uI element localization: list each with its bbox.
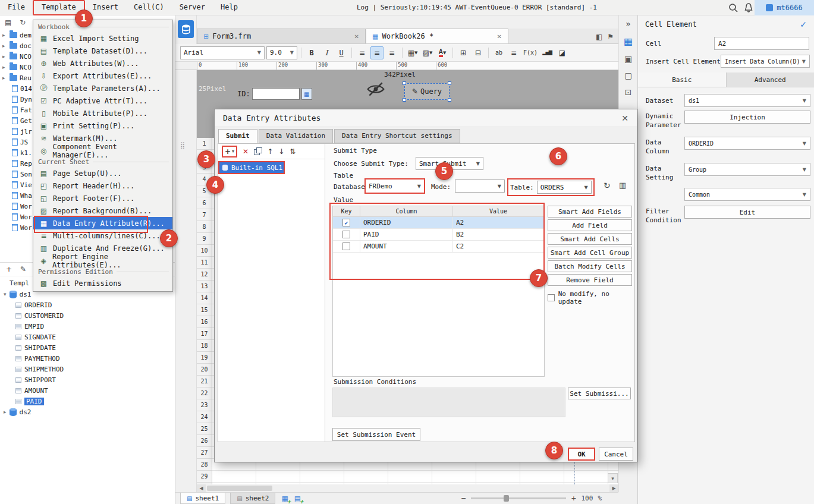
- row-header[interactable]: 19: [197, 352, 212, 364]
- menu-file[interactable]: File: [0, 0, 33, 15]
- row-header[interactable]: 12: [197, 269, 212, 281]
- template-menu-item[interactable]: ☑ PC Adaptive Attr(T)...: [33, 94, 172, 107]
- add-report-sheet-button[interactable]: ▤+: [294, 494, 301, 503]
- row-header[interactable]: 1: [197, 138, 212, 150]
- split-cells-button[interactable]: ⊟: [472, 46, 485, 59]
- row-header[interactable]: 6: [197, 197, 212, 209]
- template-menu-item[interactable]: Ⓟ Template Parameters(A)...: [33, 82, 172, 94]
- pin-tab-icon[interactable]: ⚑: [607, 33, 614, 41]
- data-pane-button[interactable]: [178, 20, 194, 38]
- row-header[interactable]: 27: [197, 447, 212, 459]
- set-submission-event-button[interactable]: Set Submission Event: [332, 428, 420, 441]
- id-input[interactable]: [252, 88, 300, 100]
- row-header[interactable]: 20: [197, 364, 212, 376]
- tab-workbook26[interactable]: ▦ WorkBook26 * ✕: [366, 29, 508, 43]
- dataset-field-item[interactable]: PAYMETHOD: [0, 353, 175, 364]
- table-row[interactable]: ✔ ORDERID A2: [333, 217, 544, 229]
- mode-select[interactable]: ▼: [455, 179, 505, 193]
- scrollbar-thumb[interactable]: [207, 486, 272, 491]
- template-menu-item[interactable]: ▨ Report Background(B)...: [33, 204, 172, 217]
- italic-button[interactable]: I: [320, 46, 333, 59]
- add-submit-button[interactable]: + ▾: [222, 146, 237, 158]
- collapse-icon[interactable]: ▾: [4, 291, 7, 297]
- template-menu-item[interactable]: ≡ Multi-columns/lines(C)...: [33, 229, 172, 242]
- data-setting-select[interactable]: Group ▼: [684, 163, 810, 176]
- column-cell[interactable]: ORDERID: [360, 217, 453, 228]
- row-header[interactable]: 29: [197, 471, 212, 483]
- condition-attribute-panel-icon[interactable]: ⊡: [625, 87, 632, 97]
- template-menu-item[interactable]: ▦ Data Entry Attribute(R)...: [33, 217, 172, 229]
- sheet1-tab[interactable]: ▤ sheet1: [180, 493, 225, 504]
- template-menu-item[interactable]: ▣ Print Setting(P)...: [33, 119, 172, 132]
- preview-table-icon[interactable]: ▥: [619, 181, 626, 190]
- dataset-ds2[interactable]: ▸ ds2: [0, 407, 175, 417]
- fill-color-button[interactable]: ▨▼: [421, 46, 434, 59]
- scroll-right-button[interactable]: ▶: [609, 484, 618, 492]
- row-header[interactable]: 8: [197, 221, 212, 233]
- zoom-out-button[interactable]: −: [461, 494, 466, 502]
- delete-icon[interactable]: ✕: [243, 147, 249, 156]
- collapse-panel-icon[interactable]: »: [626, 19, 631, 29]
- column-cell[interactable]: AMOUNT: [360, 241, 453, 252]
- cell-ref-input[interactable]: A2: [714, 37, 809, 50]
- new-template-icon[interactable]: ▤: [5, 18, 11, 27]
- no-modify-checkbox-row[interactable]: No modify, no update: [548, 290, 634, 305]
- value-cell[interactable]: C2: [453, 241, 544, 252]
- key-checkbox[interactable]: ✔: [342, 219, 350, 226]
- query-button-widget[interactable]: ✎ Query: [404, 83, 450, 100]
- underline-button[interactable]: U: [335, 46, 348, 59]
- ok-button[interactable]: OK: [568, 448, 595, 461]
- cell-element-panel-icon[interactable]: ▦: [624, 36, 633, 47]
- template-menu-item[interactable]: ▦ Excel Import Setting: [33, 32, 172, 45]
- template-menu-item[interactable]: ▯ Mobile Attribute(P)...: [33, 107, 172, 119]
- move-up-icon[interactable]: ↑: [267, 147, 273, 156]
- copy-icon[interactable]: [254, 147, 262, 155]
- close-tab-icon[interactable]: ✕: [354, 33, 359, 40]
- zoom-in-button[interactable]: +: [571, 494, 576, 502]
- font-family-select[interactable]: Arial ▼: [180, 46, 265, 59]
- template-menu-item[interactable]: ⊕ Web Attributes(W)...: [33, 57, 172, 70]
- drag-handle-icon[interactable]: ⣿: [180, 141, 185, 149]
- bold-button[interactable]: B: [305, 46, 318, 59]
- row-header[interactable]: 21: [197, 376, 212, 388]
- cancel-button[interactable]: Cancel: [599, 448, 633, 461]
- align-center-button[interactable]: ≡: [370, 46, 384, 59]
- scroll-down-button[interactable]: ▾: [608, 473, 618, 483]
- hidden-widget-icon[interactable]: [366, 81, 385, 97]
- sort-icon[interactable]: ⇅: [290, 147, 296, 156]
- remove-field-button[interactable]: Remove Field: [548, 274, 632, 286]
- dataset-field-item[interactable]: SHIPPORT: [0, 374, 175, 385]
- template-menu-item[interactable]: ◎ Component Event Manager(E)...: [33, 144, 172, 157]
- image-button[interactable]: ◪: [555, 46, 568, 59]
- add-dataset-icon[interactable]: +: [6, 265, 12, 273]
- scroll-left-button[interactable]: ◀: [197, 484, 206, 492]
- tab-list-icon[interactable]: ◧: [596, 33, 602, 41]
- submission-conditions-area[interactable]: [332, 388, 565, 417]
- bell-icon[interactable]: [743, 2, 754, 13]
- widget-settings-panel-icon[interactable]: ▢: [624, 71, 632, 80]
- built-in-sql1-item[interactable]: Built-in SQL1: [218, 161, 285, 174]
- dataset-field-item[interactable]: SIGNDATE: [0, 332, 175, 342]
- data-setting-secondary-select[interactable]: Common ▼: [684, 188, 810, 201]
- data-column-select[interactable]: ORDERID ▼: [684, 137, 810, 150]
- chart-button[interactable]: ▂▅▇: [540, 46, 554, 59]
- refresh-icon[interactable]: ↻: [20, 18, 26, 27]
- line-spacing-button[interactable]: ≡: [507, 46, 520, 59]
- template-menu-item[interactable]: ▤ Template Dataset(D)...: [33, 45, 172, 57]
- dataset-field-item[interactable]: CUSTOMERID: [0, 310, 175, 321]
- edit-dataset-icon[interactable]: ✎: [20, 265, 26, 273]
- add-field-button[interactable]: Add Field: [548, 219, 632, 231]
- set-submission-button[interactable]: Set Submissi...: [568, 388, 631, 399]
- zoom-slider-handle[interactable]: [504, 495, 509, 502]
- id-widget[interactable]: ID: ▦: [237, 88, 312, 100]
- value-cell[interactable]: A2: [453, 217, 544, 228]
- row-header[interactable]: 17: [197, 328, 212, 340]
- row-header[interactable]: 25: [197, 423, 212, 435]
- dataset-select[interactable]: ds1 ▼: [684, 94, 810, 107]
- id-combo-button[interactable]: ▦: [301, 88, 312, 100]
- font-color-button[interactable]: A▼: [436, 46, 449, 59]
- row-header[interactable]: 14: [197, 292, 212, 304]
- dataset-field-item[interactable]: AMOUNT: [0, 385, 175, 396]
- template-menu-item[interactable]: ◈ Report Engine Attributes(E)...: [33, 254, 172, 267]
- close-tab-icon[interactable]: ✕: [497, 33, 502, 40]
